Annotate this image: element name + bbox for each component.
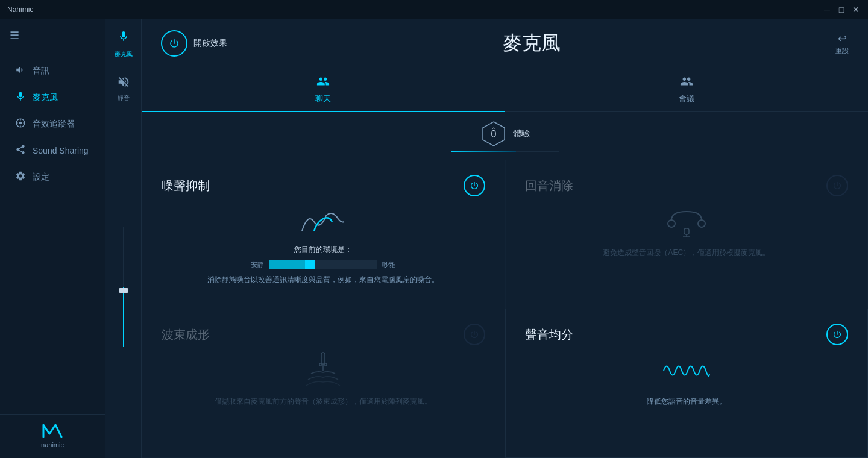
echo-cancel-header: 回音消除 <box>525 175 849 196</box>
tracker-icon <box>14 118 27 131</box>
leveling-desc: 降低您語音的音量差異。 <box>525 396 849 407</box>
app-body: ☰ 音訊 麥克風 音效追蹤器 <box>0 19 868 458</box>
leveling-power-icon <box>832 330 842 339</box>
noise-visual <box>299 204 347 240</box>
svg-point-5 <box>698 220 705 227</box>
sidebar-bottom: nahimic <box>0 414 105 458</box>
sound-leveling-header: 聲音均分 <box>525 324 849 345</box>
nahimic-logo-svg <box>40 422 64 440</box>
sound-leveling-toggle[interactable] <box>826 324 848 345</box>
beam-forming-header: 波束成形 <box>162 324 485 345</box>
device-mic[interactable]: 麥克風 <box>105 27 141 62</box>
meeting-tab-label: 會議 <box>679 93 694 104</box>
settings-icon <box>14 171 27 184</box>
sidebar-item-settings[interactable]: 設定 <box>5 165 100 190</box>
volume-slider[interactable] <box>123 116 124 458</box>
experience-slider-fill <box>451 151 516 152</box>
sidebar-item-settings-label: 設定 <box>33 172 49 183</box>
audio-icon <box>14 64 27 78</box>
reset-button[interactable]: ↩ 重設 <box>835 32 849 55</box>
main-content: 開啟效果 麥克風 ↩ 重設 聊天 <box>142 19 868 458</box>
echo-cancel-panel: 回音消除 <box>505 160 869 309</box>
echo-svg <box>662 205 711 239</box>
noise-power-icon <box>470 181 479 190</box>
tabs-container: 聊天 會議 <box>142 67 868 112</box>
beam-forming-toggle[interactable] <box>464 324 485 345</box>
tab-meeting[interactable]: 會議 <box>505 67 869 111</box>
chat-tab-label: 聊天 <box>315 93 331 104</box>
sidebar-item-mic[interactable]: 麥克風 <box>5 85 100 110</box>
noise-suppression-title: 噪聲抑制 <box>162 178 210 194</box>
chat-tab-icon <box>316 75 330 91</box>
features-grid: 噪聲抑制 您目前的環境是： <box>142 160 868 458</box>
experience-panel: 0 ^ 體驗 <box>142 112 868 160</box>
noise-indicator <box>305 260 315 269</box>
maximize-button[interactable]: □ <box>837 5 846 14</box>
reset-label: 重設 <box>835 46 849 55</box>
svg-rect-6 <box>684 228 689 234</box>
minimize-button[interactable]: ─ <box>822 5 832 14</box>
tab-chat[interactable]: 聊天 <box>142 67 505 111</box>
bar-noisy-label: 吵雜 <box>382 260 395 269</box>
power-button[interactable] <box>161 30 187 57</box>
device-mute[interactable]: 靜音 <box>105 72 141 106</box>
close-button[interactable]: ✕ <box>851 5 861 14</box>
sidebar-item-tracker-label: 音效追蹤器 <box>33 119 75 130</box>
power-btn-area: 開啟效果 <box>161 30 227 57</box>
noise-desc: 消除靜態噪音以改善通訊清晰度與品質，例如，來自您電腦風扇的噪音。 <box>207 274 439 285</box>
sidebar-item-mic-label: 麥克風 <box>33 92 58 103</box>
sidebar-item-sharing[interactable]: Sound Sharing <box>5 138 100 163</box>
content-header: 開啟效果 麥克風 ↩ 重設 <box>142 19 868 67</box>
svg-rect-9 <box>321 353 325 365</box>
volume-fill <box>123 287 124 347</box>
beam-svg <box>305 350 341 392</box>
beam-power-icon <box>470 330 479 339</box>
echo-power-icon <box>832 181 842 190</box>
echo-cancel-toggle[interactable] <box>826 175 848 196</box>
noise-content: 您目前的環境是： 安靜 吵雜 消除靜態噪音以改善通訊清晰度與品質，例如，來自您電… <box>162 204 485 285</box>
device-mic-label: 麥克風 <box>115 50 133 58</box>
titlebar: Nahimic ─ □ ✕ <box>0 0 868 19</box>
noise-suppression-toggle[interactable] <box>464 175 485 196</box>
experience-hex-icon[interactable]: 0 ^ <box>480 121 507 147</box>
noise-suppression-panel: 噪聲抑制 您目前的環境是： <box>142 160 505 309</box>
leveling-visual <box>525 353 849 389</box>
experience-slider[interactable] <box>451 151 559 152</box>
noise-level-bar <box>269 260 377 269</box>
volume-track <box>123 227 124 347</box>
device-panel: 麥克風 靜音 <box>105 19 142 458</box>
echo-visual <box>525 204 849 240</box>
svg-point-4 <box>668 220 675 227</box>
app-title: Nahimic <box>7 5 33 14</box>
echo-cancel-title: 回音消除 <box>525 178 573 194</box>
noise-bar-fill <box>269 260 307 269</box>
sidebar-item-sharing-label: Sound Sharing <box>33 146 89 155</box>
beam-forming-title: 波束成形 <box>162 327 210 343</box>
sidebar-nav: 音訊 麥克風 音效追蹤器 Sound Sharing <box>0 52 105 414</box>
logo-area: nahimic <box>10 422 95 448</box>
sidebar: ☰ 音訊 麥克風 音效追蹤器 <box>0 19 105 458</box>
noise-bar-container: 安靜 吵雜 <box>162 260 485 269</box>
power-icon <box>169 38 180 49</box>
window-controls: ─ □ ✕ <box>822 5 861 14</box>
logo-label: nahimic <box>41 441 64 448</box>
echo-desc: 避免造成聲音回授（AEC），僅適用於模擬麥克風。 <box>525 247 849 258</box>
svg-text:^: ^ <box>492 126 495 131</box>
experience-label: 體驗 <box>513 128 530 139</box>
device-mic-icon <box>118 30 130 48</box>
hamburger-button[interactable]: ☰ <box>7 27 22 45</box>
noise-suppression-header: 噪聲抑制 <box>162 175 485 196</box>
sidebar-item-tracker[interactable]: 音效追蹤器 <box>5 111 100 137</box>
noise-wave-svg <box>299 207 347 237</box>
sidebar-top: ☰ <box>0 19 105 52</box>
bar-quiet-label: 安靜 <box>251 260 264 269</box>
beam-desc: 僅擷取來自麥克風前方的聲音（波束成形），僅適用於陣列麥克風。 <box>162 396 485 407</box>
reset-icon: ↩ <box>838 32 847 45</box>
sidebar-item-audio[interactable]: 音訊 <box>5 58 100 84</box>
svg-point-0 <box>19 122 22 125</box>
sound-leveling-title: 聲音均分 <box>525 327 573 343</box>
sharing-icon <box>14 144 27 157</box>
beam-forming-panel: 波束成形 <box>142 309 505 458</box>
power-label: 開啟效果 <box>193 38 227 49</box>
meeting-tab-icon <box>680 75 693 91</box>
